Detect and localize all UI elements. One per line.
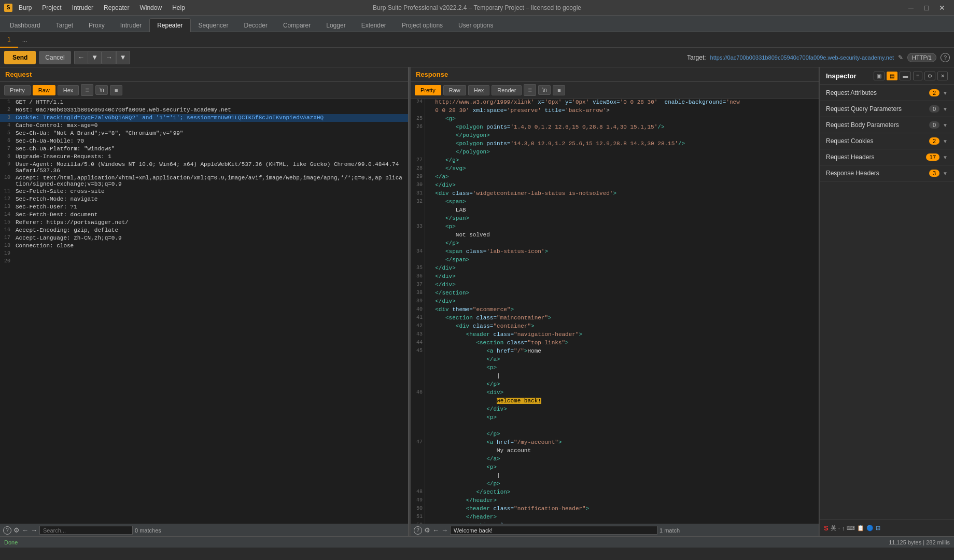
menu-window[interactable]: Window xyxy=(134,2,167,13)
edit-target-icon[interactable]: ✎ xyxy=(898,54,903,61)
response-view-ln[interactable]: \n xyxy=(538,85,551,95)
request-view-hex[interactable]: Hex xyxy=(58,85,79,95)
repeater-tab-more[interactable]: ... xyxy=(18,34,32,46)
inspector-request-headers-header[interactable]: Request Headers 17 ▼ xyxy=(820,149,954,165)
resp-line-46e: </p> xyxy=(411,430,819,439)
inspector-query-params[interactable]: Request Query Parameters 0 ▼ xyxy=(820,101,954,117)
tab-dashboard[interactable]: Dashboard xyxy=(2,18,48,32)
ime-lang-icon[interactable]: 英 xyxy=(831,524,836,532)
inspector-response-headers-chevron: ▼ xyxy=(943,171,948,176)
inspector-body-params-header[interactable]: Request Body Parameters 0 ▼ xyxy=(820,117,954,133)
tab-project-options[interactable]: Project options xyxy=(394,18,451,32)
resp-help-icon[interactable]: ? xyxy=(414,526,422,535)
nav-prev-button[interactable]: ← xyxy=(74,51,88,64)
inspector-response-headers-badge: 3 xyxy=(929,170,939,177)
tab-logger[interactable]: Logger xyxy=(318,18,353,32)
ime-keyboard-icon[interactable]: ⌨ xyxy=(847,525,855,531)
help-icon[interactable]: ? xyxy=(941,53,950,62)
tab-intruder[interactable]: Intruder xyxy=(113,18,149,32)
req-next-icon[interactable]: → xyxy=(31,526,37,534)
ime-s-icon[interactable]: S xyxy=(824,524,829,532)
request-view-extra1[interactable]: ≡ xyxy=(81,84,93,96)
request-content[interactable]: 1 GET / HTTP/1.1 2 Host: 0ac700b00331b80… xyxy=(0,99,408,524)
resp-line-40: 40 <div theme="ecommerce"> xyxy=(411,306,819,314)
tab-user-options[interactable]: User options xyxy=(451,18,501,32)
request-view-raw[interactable]: Raw xyxy=(33,85,55,95)
nav-prev-dropdown[interactable]: ▼ xyxy=(88,51,102,64)
tab-extender[interactable]: Extender xyxy=(354,18,394,32)
inspector-cookies-chevron: ▼ xyxy=(943,138,948,144)
response-view-hex[interactable]: Hex xyxy=(468,85,490,95)
req-prev-icon[interactable]: ← xyxy=(22,526,29,534)
ime-up-icon[interactable]: ↑ xyxy=(842,525,845,531)
inspector-request-attributes-header[interactable]: Request Attributes 2 ▼ xyxy=(820,85,954,101)
tab-repeater[interactable]: Repeater xyxy=(149,18,190,32)
resp-line-45: 45 <a href="/">Home xyxy=(411,347,819,356)
inspector-cookies[interactable]: Request Cookies 2 ▼ xyxy=(820,133,954,149)
ime-clipboard-icon[interactable]: 📋 xyxy=(857,525,864,531)
inspector-response-headers[interactable]: Response Headers 3 ▼ xyxy=(820,165,954,181)
inspector-response-headers-header[interactable]: Response Headers 3 ▼ xyxy=(820,165,954,181)
tab-sequencer[interactable]: Sequencer xyxy=(191,18,236,32)
request-view-pretty[interactable]: Pretty xyxy=(4,85,31,95)
ime-dot-icon[interactable]: · xyxy=(838,525,840,531)
inspector-view-2[interactable]: ▤ xyxy=(887,72,897,80)
inspector-close[interactable]: ✕ xyxy=(937,72,948,80)
resp-settings-icon[interactable]: ⚙ xyxy=(424,526,430,534)
response-search-input[interactable] xyxy=(450,526,657,535)
window-controls[interactable]: ─ □ ✕ xyxy=(903,0,950,16)
menu-project[interactable]: Project xyxy=(37,2,66,13)
inspector-query-params-header[interactable]: Request Query Parameters 0 ▼ xyxy=(820,101,954,117)
inspector-request-headers-label: Request Headers xyxy=(826,153,874,161)
response-view-pretty[interactable]: Pretty xyxy=(415,85,441,95)
send-button[interactable]: Send xyxy=(4,51,36,64)
response-panel: Response Pretty Raw Hex Render ≡ \n ≡ 24… xyxy=(411,67,819,536)
tab-comparer[interactable]: Comparer xyxy=(275,18,318,32)
http-version-badge[interactable]: HTTP/1 xyxy=(907,53,936,62)
ime-blue-icon[interactable]: 🔵 xyxy=(866,525,874,531)
menu-burp[interactable]: Burp xyxy=(13,2,37,13)
req-help-icon[interactable]: ? xyxy=(3,526,11,535)
inspector-cookies-header[interactable]: Request Cookies 2 ▼ xyxy=(820,133,954,149)
resp-line-50: 50 <header class="notification-header"> xyxy=(411,505,819,513)
response-view-raw[interactable]: Raw xyxy=(443,85,466,95)
request-view-extra2[interactable]: ≡ xyxy=(110,85,122,95)
resp-line-45e: </p> xyxy=(411,381,819,389)
request-search-input[interactable] xyxy=(39,526,133,535)
maximize-button[interactable]: □ xyxy=(919,0,934,16)
inspector-settings[interactable]: ⚙ xyxy=(924,72,935,80)
inspector-view-3[interactable]: ▬ xyxy=(900,72,911,80)
response-view-extra1[interactable]: ≡ xyxy=(524,84,536,96)
tab-target[interactable]: Target xyxy=(48,18,81,32)
inspector-request-headers-badge: 17 xyxy=(926,153,939,161)
menu-intruder[interactable]: Intruder xyxy=(67,2,99,13)
response-view-extra2[interactable]: ≡ xyxy=(553,85,565,95)
inspector-body-params[interactable]: Request Body Parameters 0 ▼ xyxy=(820,117,954,133)
tab-decoder[interactable]: Decoder xyxy=(236,18,275,32)
minimize-button[interactable]: ─ xyxy=(903,0,919,16)
menu-repeater[interactable]: Repeater xyxy=(99,2,134,13)
close-button[interactable]: ✕ xyxy=(934,0,950,16)
inspector-view-1[interactable]: ▣ xyxy=(874,72,885,80)
response-view-render[interactable]: Render xyxy=(492,85,522,95)
req-line-16: 16 Accept-Encoding: gzip, deflate xyxy=(0,227,408,234)
tab-proxy[interactable]: Proxy xyxy=(81,18,113,32)
target-info: Target: https://0ac700b00331b809c05940c7… xyxy=(687,53,950,62)
resp-prev-icon[interactable]: ← xyxy=(432,526,439,534)
cancel-button[interactable]: Cancel xyxy=(39,51,71,64)
repeater-tab-1[interactable]: 1 xyxy=(0,32,18,48)
req-line-2: 2 Host: 0ac700b00331b809c05940c700fa009e… xyxy=(0,106,408,114)
inspector-request-attributes[interactable]: Request Attributes 2 ▼ xyxy=(820,85,954,101)
resp-next-icon[interactable]: → xyxy=(441,526,448,534)
request-view-ln[interactable]: \n xyxy=(95,85,108,95)
nav-next-button[interactable]: → xyxy=(102,51,116,64)
target-url[interactable]: https://0ac700b00331b809c05940c700fa009e… xyxy=(710,54,894,61)
nav-next-dropdown[interactable]: ▼ xyxy=(116,51,130,64)
menu-bar[interactable]: Burp Project Intruder Repeater Window He… xyxy=(13,2,190,13)
response-content[interactable]: 24 http://www.w3.org/1999/xlink' x='0px'… xyxy=(411,99,819,524)
inspector-view-4[interactable]: ≡ xyxy=(913,72,922,80)
req-settings-icon[interactable]: ⚙ xyxy=(13,526,20,534)
menu-help[interactable]: Help xyxy=(167,2,190,13)
inspector-request-headers[interactable]: Request Headers 17 ▼ xyxy=(820,149,954,165)
ime-grid-icon[interactable]: ⊞ xyxy=(876,525,880,531)
